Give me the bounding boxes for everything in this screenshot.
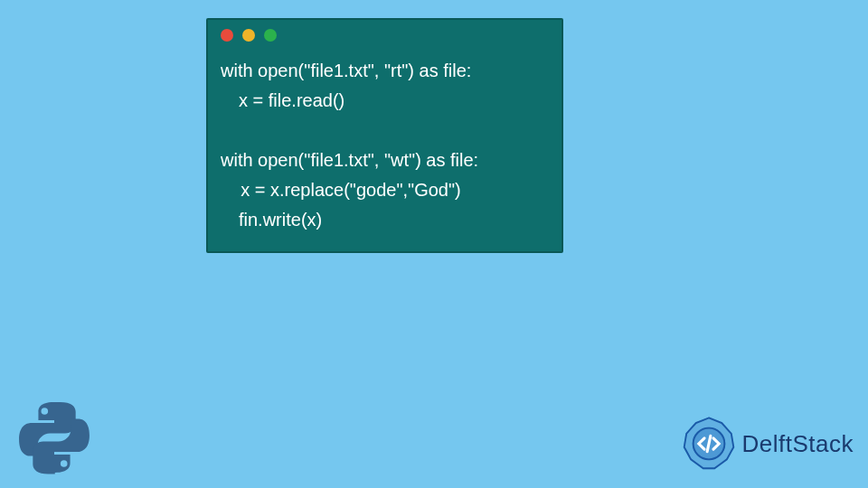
code-line: fin.write(x) (221, 210, 322, 230)
code-line: with open("file1.txt", "rt") as file: (221, 61, 471, 80)
brand-name: DelftStack (742, 430, 854, 458)
code-window: with open("file1.txt", "rt") as file: x … (206, 18, 563, 253)
window-titlebar (208, 20, 561, 51)
python-logo-icon (16, 399, 92, 475)
code-line: x = x.replace("gode","God") (221, 180, 461, 200)
code-line: x = file.read() (221, 90, 344, 110)
code-line: with open("file1.txt", "wt") as file: (221, 150, 478, 170)
code-block: with open("file1.txt", "rt") as file: x … (208, 51, 561, 251)
minimize-icon (242, 29, 255, 42)
delftstack-icon (681, 416, 737, 472)
close-icon (221, 29, 233, 42)
maximize-icon (264, 29, 277, 42)
delftstack-logo: DelftStack (681, 416, 854, 472)
code-line (221, 120, 239, 140)
